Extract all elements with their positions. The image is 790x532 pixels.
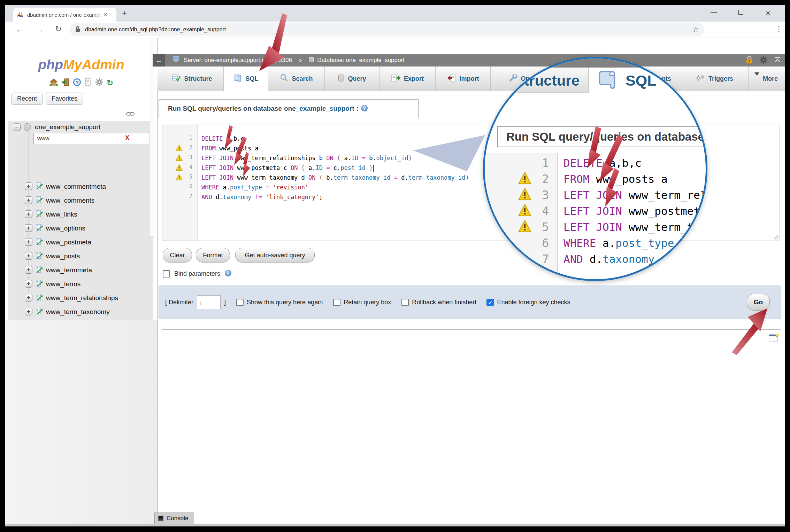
sidebar-table-item[interactable]: www_term_relationships [46, 294, 118, 302]
tab-triggers[interactable]: Triggers [680, 66, 749, 91]
browser-menu-icon[interactable]: ⋮ [775, 24, 783, 33]
logout-door-icon[interactable] [61, 78, 70, 88]
database-name[interactable]: one_example_support [35, 123, 100, 131]
bind-parameters-checkbox[interactable] [163, 270, 170, 277]
line-number: 3 [542, 188, 549, 202]
breadcrumb-database[interactable]: Database: one_example_support [317, 57, 404, 64]
server-breadcrumb-bar: Server: one-example.support.mysql:3306 »… [158, 54, 785, 66]
settings-gear-icon[interactable] [95, 78, 103, 88]
tab-structure[interactable]: Structure [161, 66, 224, 91]
option-checkbox[interactable] [401, 299, 409, 306]
get-autosaved-query-button[interactable]: Get auto-saved query [235, 248, 315, 263]
sidebar-table-item[interactable]: www_comments [46, 197, 94, 204]
sidebar-quick-tabs: Recent Favorites [11, 93, 83, 105]
window-minimize-button[interactable]: — [707, 8, 721, 16]
option-checkbox[interactable] [236, 299, 244, 306]
sidebar-table-item[interactable]: www_posts [46, 252, 80, 260]
page-settings-gear-icon[interactable] [759, 56, 768, 66]
db-collapse-expander[interactable]: − [13, 123, 21, 131]
sidebar-lower-area [5, 320, 158, 526]
tab-label: Query [348, 75, 366, 83]
table-expander[interactable]: + [25, 224, 32, 232]
tab-close-icon[interactable]: × [104, 11, 107, 18]
sidebar-table-item[interactable]: www_commentmeta [46, 183, 106, 190]
table-expander[interactable]: + [25, 196, 32, 204]
line-number: 6 [542, 236, 549, 250]
table-expander[interactable]: + [25, 210, 32, 218]
sidebar-table-item[interactable]: www_termmeta [46, 266, 92, 274]
table-expander[interactable]: + [25, 266, 32, 274]
address-bar[interactable]: dbadmin.one.com/db_sql.php?db=one_exampl… [70, 23, 705, 36]
editor-resize-handle[interactable] [774, 235, 779, 240]
forward-icon: → [36, 24, 44, 34]
line-number: 2 [542, 172, 549, 186]
sidebar-table-item[interactable]: www_term_taxonomy [46, 308, 110, 316]
legend-help-icon[interactable]: ? [361, 104, 368, 113]
line-number: 4 [542, 204, 549, 218]
sidebar-table-item[interactable]: www_options [46, 225, 85, 232]
delimiter-input[interactable] [197, 295, 221, 309]
delimiter-label: [ Delimiter [165, 299, 193, 306]
filter-clear-button[interactable]: X [125, 135, 129, 141]
warning-icon [518, 220, 531, 234]
tab-export[interactable]: Export [380, 66, 436, 91]
home-icon[interactable] [49, 78, 58, 88]
table-icon [36, 266, 43, 273]
table-expander[interactable]: + [25, 294, 32, 302]
tab-more[interactable]: More [749, 66, 784, 91]
window-close-button[interactable]: × [761, 8, 775, 18]
browser-window: PMA dbadmin.one.com / one-example × + — … [5, 5, 785, 526]
sidebar-table-item[interactable]: www_links [46, 211, 77, 218]
go-button[interactable]: Go [747, 294, 770, 311]
hide-navigation-button[interactable]: ← [153, 54, 165, 66]
query-options-bar: [ Delimiter ] Show this query here again… [159, 285, 781, 319]
server-text[interactable]: Server: one-example.support.mysql:3306 [184, 57, 292, 64]
window-maximize-button[interactable] [734, 8, 748, 16]
new-tab-button[interactable]: + [122, 10, 127, 17]
table-expander[interactable]: + [25, 238, 32, 246]
sidebar-table-item[interactable]: www_postmeta [46, 238, 91, 246]
tab-query[interactable]: Query [325, 66, 380, 91]
format-button[interactable]: Format [196, 248, 230, 263]
option-checkbox[interactable]: ✓ [486, 299, 494, 306]
reload-icon[interactable]: ↻ [55, 24, 62, 34]
refresh-icon[interactable]: ↻ [107, 78, 113, 88]
line-number: 2 [189, 144, 192, 151]
link-chain-icon[interactable] [126, 111, 135, 118]
clear-button[interactable]: Clear [163, 248, 192, 263]
tree-scrollbar[interactable] [150, 38, 154, 237]
table-expander[interactable]: + [25, 182, 32, 190]
browser-tab[interactable]: PMA dbadmin.one.com / one-example × [13, 8, 116, 22]
bookmark-star-icon[interactable]: ☆ [692, 25, 699, 34]
browser-toolbar: ← → ↻ dbadmin.one.com/db_sql.php?db=one_… [5, 22, 785, 38]
warning-icon [518, 204, 531, 218]
help-icon[interactable]: ? [73, 78, 81, 88]
tab-icon [338, 74, 344, 83]
tab-icon [695, 74, 705, 83]
phpmyadmin-logo[interactable]: phpMyAdmin [5, 57, 158, 72]
sidebar-table-item[interactable]: www_terms [46, 280, 80, 288]
tab-sql[interactable]: SQL [224, 66, 268, 91]
option-checkbox[interactable] [333, 299, 340, 306]
table-expander[interactable]: + [25, 308, 32, 315]
table-expander[interactable]: + [25, 280, 32, 288]
bind-parameters-help-icon[interactable]: ? [224, 269, 232, 278]
favorites-button[interactable]: Favorites [46, 93, 83, 105]
console-tab[interactable]: Console [154, 513, 194, 524]
table-filter-input[interactable] [33, 133, 149, 144]
docs-icon[interactable] [84, 78, 92, 88]
collapse-top-icon[interactable] [774, 56, 781, 65]
table-expander[interactable]: + [25, 252, 32, 260]
warning-icon [176, 154, 183, 163]
code-line-1: 1DELETE a,b,c [485, 155, 707, 171]
tab-search[interactable]: Search [268, 66, 325, 91]
recent-button[interactable]: Recent [11, 93, 43, 105]
console-icon [158, 516, 163, 521]
back-icon[interactable]: ← [15, 24, 24, 34]
tab-import[interactable]: Import [436, 66, 491, 91]
open-new-window-icon[interactable] [769, 334, 779, 343]
line-number: 7 [542, 252, 549, 266]
tab-label: Structure [184, 75, 212, 83]
lock-icon[interactable] [745, 56, 753, 66]
code-line-5: 5LEFT JOIN www_term_taxonomy d ON ( b.te… [485, 219, 707, 235]
